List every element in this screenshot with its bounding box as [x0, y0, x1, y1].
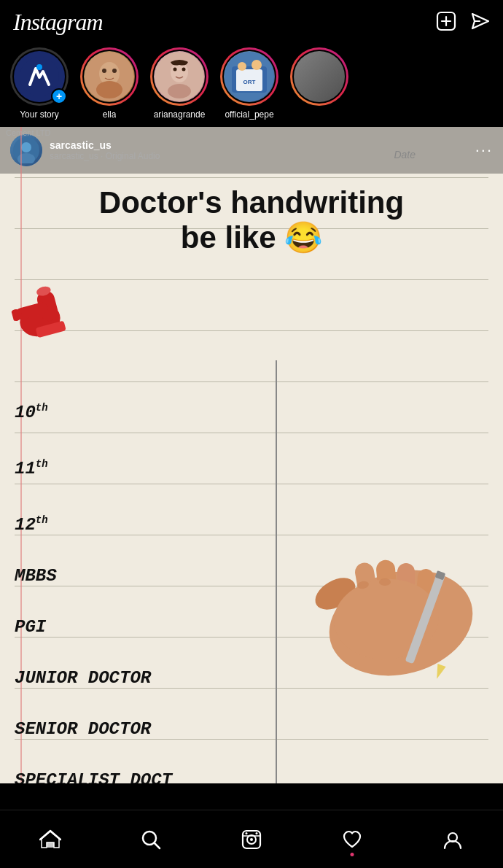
- nav-home-icon[interactable]: [39, 829, 61, 850]
- nav-likes-icon[interactable]: [341, 829, 363, 850]
- svg-point-11: [112, 69, 117, 73]
- handwritten-list: 10th 11th 12th MBBS PGI JUNIOR DOCTOR SE…: [15, 382, 172, 783]
- partial-story-ring: [290, 47, 348, 106]
- svg-marker-37: [433, 664, 446, 681]
- ariana-avatar-wrap: [150, 47, 208, 106]
- post-header: sarcastic_us sarcastic_us · Original Aud…: [0, 127, 503, 174]
- your-story-avatar-wrap: +: [10, 47, 69, 106]
- list-item-4: PGI: [15, 602, 172, 653]
- ella-avatar: [84, 51, 135, 102]
- bottom-navigation: [0, 810, 503, 868]
- hand-writing-illustration: [241, 477, 503, 725]
- svg-point-15: [173, 68, 177, 71]
- nav-profile-icon[interactable]: [442, 829, 464, 850]
- list-item-1: 11th: [15, 438, 172, 495]
- meme-title-overlay: Doctor's handwriting be like 😂: [0, 185, 503, 256]
- svg-point-13: [171, 62, 188, 82]
- svg-point-51: [246, 832, 248, 834]
- ariana-avatar: [154, 51, 205, 102]
- story-label-arianagrande: arianagrande: [154, 109, 206, 120]
- story-item-your-story[interactable]: + Your story: [10, 47, 69, 120]
- story-label-your-story: Your story: [20, 109, 59, 120]
- list-item-6: SENIOR DOCTOR: [15, 704, 172, 755]
- add-story-button[interactable]: +: [51, 88, 67, 104]
- svg-point-49: [250, 838, 253, 841]
- app-header: Instagram: [0, 0, 503, 42]
- svg-point-6: [36, 64, 42, 70]
- svg-rect-44: [47, 842, 54, 848]
- nav-likes-dot: [351, 853, 354, 856]
- list-item-2: 12th: [15, 495, 172, 551]
- partial-avatar-wrap: [290, 47, 348, 106]
- svg-text:ORT: ORT: [243, 79, 256, 85]
- stories-row: + Your story: [0, 42, 503, 127]
- meme-title-line1: Doctor's handwriting: [0, 185, 503, 220]
- svg-point-40: [379, 578, 391, 586]
- story-label-official-pepe: official_pepe: [225, 109, 273, 120]
- story-item-arianagrande[interactable]: arianagrande: [150, 47, 208, 120]
- list-item-0: 10th: [15, 382, 172, 438]
- watermark-cement: Cement LTD: [6, 128, 51, 137]
- ella-story-ring: [80, 47, 139, 106]
- post-container: Cement LTD Date Doctor's handwriting be …: [0, 127, 503, 783]
- pepe-avatar: ORT: [224, 51, 275, 102]
- nav-reels-icon[interactable]: [241, 829, 262, 850]
- date-watermark: Date: [394, 149, 416, 160]
- ella-avatar-wrap: [80, 47, 139, 106]
- nav-search-icon[interactable]: [140, 829, 162, 850]
- send-message-icon[interactable]: [469, 11, 490, 34]
- svg-point-22: [252, 60, 262, 70]
- svg-line-46: [155, 842, 160, 848]
- svg-point-52: [256, 832, 258, 834]
- story-item-official-pepe[interactable]: ORT official_pepe: [220, 47, 278, 120]
- svg-point-42: [21, 142, 31, 152]
- list-item-7: SPECIALIST DOCT: [15, 755, 172, 783]
- post-author-avatar[interactable]: [10, 134, 42, 166]
- list-item-3: MBBS: [15, 551, 172, 602]
- post-more-options[interactable]: ···: [468, 141, 493, 160]
- post-media: Cement LTD Date Doctor's handwriting be …: [0, 127, 503, 783]
- story-item-partial[interactable]: [290, 47, 348, 120]
- instagram-logo: Instagram: [13, 9, 103, 36]
- header-icons: [436, 11, 490, 34]
- story-item-ella[interactable]: ella: [80, 47, 139, 120]
- svg-point-9: [96, 81, 122, 98]
- meme-title-line2: be like 😂: [0, 220, 503, 255]
- svg-point-21: [238, 62, 246, 71]
- ariana-story-ring: [150, 47, 208, 106]
- add-post-icon[interactable]: [436, 11, 456, 34]
- svg-point-10: [102, 69, 106, 73]
- svg-point-14: [168, 84, 191, 98]
- partial-avatar: [294, 51, 345, 102]
- story-label-ella: ella: [103, 109, 117, 120]
- pepe-story-ring: ORT: [220, 47, 278, 106]
- list-item-5: JUNIOR DOCTOR: [15, 653, 172, 704]
- pepe-avatar-wrap: ORT: [220, 47, 278, 106]
- svg-point-16: [182, 68, 186, 71]
